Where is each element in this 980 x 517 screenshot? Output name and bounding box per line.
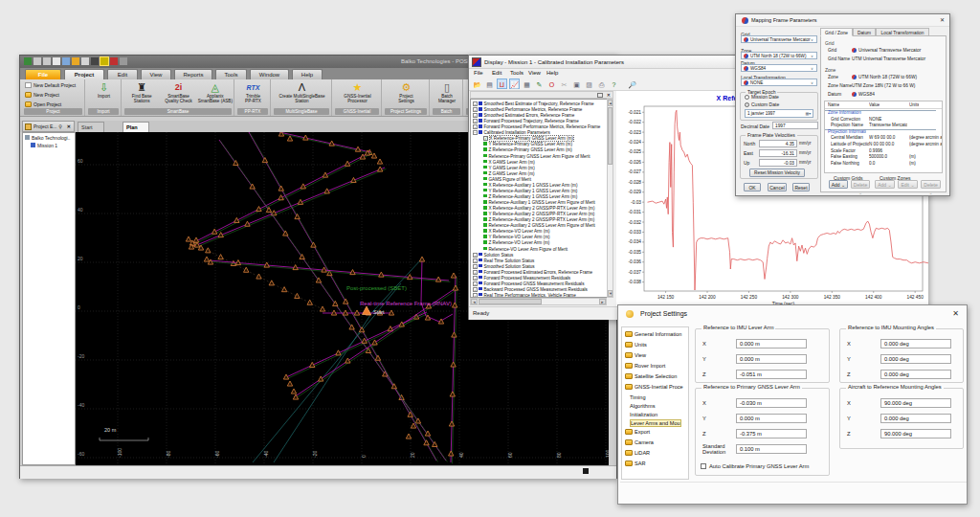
- settings-field[interactable]: 0.000 deg: [880, 354, 951, 364]
- radio-custom-date[interactable]: Custom Date: [745, 101, 779, 107]
- settings-field[interactable]: -0.051 m: [736, 370, 807, 379]
- ribbon-tab-file[interactable]: File: [25, 69, 61, 79]
- settings-tree-view[interactable]: View: [625, 351, 646, 359]
- pin-icon[interactable]: ⚲: [58, 122, 62, 131]
- paste-tool-icon[interactable]: ▨: [584, 79, 594, 89]
- ribbon-tab-reports[interactable]: Reports: [174, 69, 212, 79]
- settings-field[interactable]: 90.000 deg: [880, 429, 951, 438]
- grid-sel-icon[interactable]: [100, 57, 108, 65]
- ribbon-tab-help[interactable]: Help: [292, 69, 323, 79]
- project-tree-item-mission-1[interactable]: Mission 1: [31, 143, 57, 149]
- radio-mission-date[interactable]: Mission Date: [745, 94, 779, 100]
- settings-field[interactable]: 0.000 deg: [880, 370, 951, 379]
- tree-vertical-scrollbar[interactable]: ▲▼: [607, 99, 613, 298]
- settings-title-bar[interactable]: Project Settings ✕: [618, 305, 967, 322]
- reset-mission-velocity-button[interactable]: Reset Mission Velocity: [749, 169, 805, 177]
- tab-datum[interactable]: Datum: [853, 28, 876, 36]
- print-tool-icon[interactable]: ⎙: [596, 79, 607, 89]
- settings-tree-lever-arms-and-mou[interactable]: Lever Arms and Mou: [630, 419, 681, 427]
- custom-zones-delete-button[interactable]: Delete ⌄: [921, 180, 941, 189]
- tree-horizontal-scrollbar[interactable]: ◄►: [470, 298, 607, 305]
- settings-tree-rover-import[interactable]: Rover Import: [625, 362, 665, 370]
- scroll-up-icon[interactable]: ▲: [608, 100, 612, 106]
- ribbon-item-open-project[interactable]: Open Project: [25, 101, 61, 108]
- ribbon-tab-view[interactable]: View: [141, 69, 171, 79]
- grid-dropdown[interactable]: Universal Transverse Mercator∨: [741, 35, 817, 43]
- panel-close-icon[interactable]: ✕: [607, 92, 611, 98]
- ribbon-button-smartbase[interactable]: 2iSmartBase Quality Check: [160, 80, 196, 103]
- ribbon-tab-window[interactable]: Window: [250, 69, 289, 79]
- settings-tree-export[interactable]: Export: [625, 428, 650, 436]
- ribbon-button-create-multisinglebase[interactable]: ΛCreate MultiSingleBase Station: [273, 80, 331, 103]
- custom-grids-delete-button[interactable]: Delete ⌄: [851, 180, 870, 189]
- settings-field[interactable]: 0.100 m: [736, 444, 807, 454]
- scroll-left-icon[interactable]: ◄: [471, 299, 478, 304]
- menu-help[interactable]: Help: [546, 69, 558, 78]
- settings-field[interactable]: 0.000 m: [736, 414, 807, 423]
- settings-tree-initialization[interactable]: Initialization: [630, 411, 657, 418]
- ribbon-button-gnss-inertial[interactable]: ★GNSS-Inertial Processor: [334, 80, 381, 103]
- datum-dropdown[interactable]: WGS84∨: [741, 64, 817, 72]
- menu-edit[interactable]: Edit: [492, 69, 501, 78]
- settings-field[interactable]: -0.375 m: [736, 429, 807, 438]
- settings-tree-units[interactable]: Units: [625, 341, 647, 348]
- local-transformation-dropdown[interactable]: NONE∨: [741, 79, 817, 86]
- app-icon[interactable]: [24, 57, 32, 65]
- expand-icon[interactable]: +: [473, 270, 478, 275]
- ribbon-tab-project[interactable]: Project: [64, 69, 104, 79]
- expand-icon[interactable]: +: [473, 119, 478, 124]
- red-tool-icon[interactable]: ⵡ: [497, 79, 507, 89]
- close-icon[interactable]: ✕: [67, 122, 71, 131]
- expand-icon[interactable]: +: [473, 287, 478, 292]
- grid-icon[interactable]: [91, 57, 99, 65]
- scroll-right-icon[interactable]: ►: [599, 299, 606, 304]
- menu-tools[interactable]: Tools: [510, 69, 523, 78]
- menu-view[interactable]: View: [528, 69, 541, 78]
- doc-icon[interactable]: [53, 57, 60, 65]
- ribbon-button-batch[interactable]: ▯Batch Manager: [432, 80, 462, 103]
- auto-calibrate-checkbox[interactable]: Auto Calibrate Primary GNSS Lever Arm: [701, 463, 809, 469]
- ribbon-tab-tools[interactable]: Tools: [215, 69, 247, 79]
- settings-field[interactable]: 0.000 m: [736, 354, 807, 364]
- more-icon[interactable]: [120, 57, 127, 65]
- copy-tool-icon[interactable]: ▣: [571, 79, 582, 89]
- ribbon-button-import[interactable]: ⇩Import: [87, 80, 121, 99]
- settings-tree-camera[interactable]: Camera: [625, 438, 654, 446]
- ribbon-button-trimble[interactable]: RTXTrimble PP-RTX: [236, 80, 270, 103]
- date-picker[interactable]: 1 janvier 1997▦▾: [745, 109, 813, 118]
- expand-icon[interactable]: +: [473, 258, 478, 263]
- expand-icon[interactable]: +: [473, 101, 478, 106]
- custom-zones-edit-button[interactable]: Edit ⌄: [898, 180, 918, 189]
- ribbon-button-find-base[interactable]: ♜Find Base Stations: [123, 80, 160, 103]
- doc-tab-start-page[interactable]: Start Page✕: [78, 122, 104, 132]
- find-tool-icon[interactable]: 🔎: [627, 79, 637, 89]
- expand-icon[interactable]: +: [473, 253, 478, 258]
- scroll-thumb[interactable]: [479, 299, 542, 304]
- settings-tree-timing[interactable]: Timing: [630, 393, 646, 401]
- dot-icon[interactable]: [72, 57, 79, 65]
- velocity-field-east[interactable]: -16.31: [759, 149, 797, 157]
- panel-restore-icon[interactable]: [597, 93, 603, 98]
- scroll-down-icon[interactable]: ▼: [608, 290, 612, 297]
- rec-icon[interactable]: [110, 57, 118, 65]
- expand-icon[interactable]: −: [473, 130, 478, 135]
- expand-icon[interactable]: +: [473, 113, 478, 118]
- expand-icon[interactable]: +: [473, 276, 478, 281]
- mapping-dialog-title-bar[interactable]: Mapping Frame Parameters ✕: [736, 14, 949, 27]
- ribbon-tab-edit[interactable]: Edit: [107, 69, 138, 79]
- cut-tool-icon[interactable]: ✂: [559, 79, 569, 89]
- settings-tree-gnss-inertial-proce[interactable]: GNSS-Inertial Proce: [625, 383, 683, 391]
- undo-tool-icon[interactable]: O: [546, 79, 557, 89]
- cancel-button[interactable]: Cancel: [768, 183, 787, 191]
- settings-tree-sar[interactable]: SAR: [625, 460, 646, 467]
- table-tool-icon[interactable]: ▦: [522, 79, 532, 89]
- custom-zones-add-button[interactable]: Add ⌄: [875, 180, 895, 189]
- expand-icon[interactable]: +: [473, 264, 478, 269]
- tab-grid-zone[interactable]: Grid / Zone: [820, 28, 853, 36]
- expand-icon[interactable]: +: [473, 107, 478, 112]
- expand-icon[interactable]: +: [473, 281, 478, 286]
- doc2-icon[interactable]: [81, 57, 89, 65]
- settings-field[interactable]: -0.030 m: [736, 398, 807, 408]
- settings-tree-satellite-selection[interactable]: Satellite Selection: [625, 372, 677, 380]
- pencil-tool-icon[interactable]: ✎: [534, 79, 545, 89]
